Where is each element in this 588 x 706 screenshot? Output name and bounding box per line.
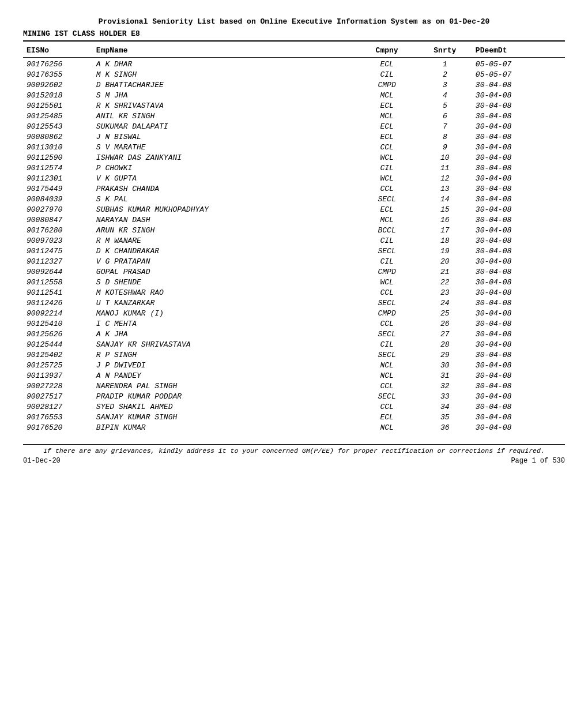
cell-pdeemdt: 30-04-08	[472, 370, 565, 381]
table-row: 90112301V K GUPTAWCL1230-04-08	[23, 173, 565, 183]
cell-empname: S D SHENDE	[93, 277, 356, 287]
cell-eisno: 90125501	[23, 100, 93, 111]
cell-eisno: 90125444	[23, 339, 93, 350]
cell-pdeemdt: 30-04-08	[472, 111, 565, 121]
cell-snrty: 17	[418, 225, 472, 235]
cell-eisno: 90027228	[23, 381, 93, 391]
cell-eisno: 90092214	[23, 308, 93, 318]
cell-snrty: 27	[418, 329, 472, 339]
cell-cmpny: ECL	[356, 132, 417, 142]
cell-snrty: 11	[418, 163, 472, 173]
cell-pdeemdt: 30-04-08	[472, 80, 565, 90]
table-row: 90125543SUKUMAR DALAPATIECL730-04-08	[23, 121, 565, 132]
table-row: 90112558S D SHENDEWCL2230-04-08	[23, 277, 565, 287]
cell-cmpny: SECL	[356, 298, 417, 308]
table-row: 90027970SUBHAS KUMAR MUKHOPADHYAYECL1530…	[23, 204, 565, 215]
cell-cmpny: SECL	[356, 350, 417, 360]
cell-empname: P CHOWKI	[93, 163, 356, 173]
cell-snrty: 28	[418, 339, 472, 350]
cell-pdeemdt: 30-04-08	[472, 204, 565, 215]
cell-snrty: 8	[418, 132, 472, 142]
cell-snrty: 15	[418, 204, 472, 215]
cell-snrty: 9	[418, 142, 472, 152]
cell-snrty: 1	[418, 59, 472, 69]
cell-cmpny: NCL	[356, 422, 417, 433]
table-row: 90112590ISHWAR DAS ZANKYANIWCL1030-04-08	[23, 152, 565, 163]
cell-snrty: 7	[418, 121, 472, 132]
cell-eisno: 90125725	[23, 360, 93, 370]
cell-eisno: 90175449	[23, 183, 93, 194]
cell-cmpny: CMPD	[356, 308, 417, 318]
cell-cmpny: CMPD	[356, 266, 417, 277]
cell-snrty: 32	[418, 381, 472, 391]
cell-cmpny: CIL	[356, 163, 417, 173]
cell-empname: V G PRATAPAN	[93, 256, 356, 266]
table-row: 90176256A K DHARECL105-05-07	[23, 59, 565, 69]
cell-cmpny: ECL	[356, 412, 417, 422]
cell-pdeemdt: 30-04-08	[472, 194, 565, 204]
cell-snrty: 31	[418, 370, 472, 381]
cell-cmpny: WCL	[356, 277, 417, 287]
cell-empname: SUKUMAR DALAPATI	[93, 121, 356, 132]
cell-cmpny: ECL	[356, 59, 417, 69]
table-row: 90125410I C MEHTACCL2630-04-08	[23, 318, 565, 329]
cell-snrty: 3	[418, 80, 472, 90]
cell-pdeemdt: 30-04-08	[472, 246, 565, 256]
table-row: 90112426U T KANZARKARSECL2430-04-08	[23, 298, 565, 308]
cell-eisno: 90112327	[23, 256, 93, 266]
cell-empname: M KOTESHWAR RAO	[93, 287, 356, 298]
table-row: 90175449PRAKASH CHANDACCL1330-04-08	[23, 183, 565, 194]
cell-cmpny: CIL	[356, 69, 417, 80]
cell-pdeemdt: 30-04-08	[472, 100, 565, 111]
top-divider	[23, 40, 565, 42]
cell-empname: GOPAL PRASAD	[93, 266, 356, 277]
table-row: 90125444SANJAY KR SHRIVASTAVACIL2830-04-…	[23, 339, 565, 350]
cell-snrty: 25	[418, 308, 472, 318]
table-row: 90027517PRADIP KUMAR PODDARSECL3330-04-0…	[23, 391, 565, 401]
col-header-cmpny: Cmpny	[356, 44, 417, 56]
cell-empname: M K SINGH	[93, 69, 356, 80]
table-header-row: EISNo EmpName Cmpny Snrty PDeemDt	[23, 44, 565, 56]
cell-pdeemdt: 30-04-08	[472, 132, 565, 142]
cell-cmpny: CIL	[356, 235, 417, 246]
cell-eisno: 90125410	[23, 318, 93, 329]
table-row: 90112541M KOTESHWAR RAOCCL2330-04-08	[23, 287, 565, 298]
cell-snrty: 16	[418, 215, 472, 225]
cell-eisno: 90112558	[23, 277, 93, 287]
cell-cmpny: ECL	[356, 121, 417, 132]
table-row: 90084039S K PALSECL1430-04-08	[23, 194, 565, 204]
cell-pdeemdt: 30-04-08	[472, 360, 565, 370]
cell-cmpny: MCL	[356, 215, 417, 225]
cell-snrty: 33	[418, 391, 472, 401]
cell-pdeemdt: 30-04-08	[472, 163, 565, 173]
cell-snrty: 18	[418, 235, 472, 246]
cell-cmpny: NCL	[356, 360, 417, 370]
cell-empname: PRAKASH CHANDA	[93, 183, 356, 194]
cell-snrty: 4	[418, 90, 472, 100]
table-row: 90176553SANJAY KUMAR SINGHECL3530-04-08	[23, 412, 565, 422]
cell-cmpny: SECL	[356, 194, 417, 204]
cell-pdeemdt: 30-04-08	[472, 350, 565, 360]
footer: 01-Dec-20 Page 1 of 530	[23, 457, 565, 465]
cell-empname: SANJAY KUMAR SINGH	[93, 412, 356, 422]
cell-empname: S K PAL	[93, 194, 356, 204]
col-header-snrty: Snrty	[418, 44, 472, 56]
cell-snrty: 29	[418, 350, 472, 360]
table-row: 90125402R P SINGHSECL2930-04-08	[23, 350, 565, 360]
cell-empname: D BHATTACHARJEE	[93, 80, 356, 90]
cell-pdeemdt: 30-04-08	[472, 318, 565, 329]
table-row: 90028127SYED SHAKIL AHMEDCCL3430-04-08	[23, 401, 565, 412]
table-row: 90092644GOPAL PRASADCMPD2130-04-08	[23, 266, 565, 277]
footer-note: If there are any grievances, kindly addr…	[23, 447, 565, 455]
cell-cmpny: CCL	[356, 183, 417, 194]
cell-pdeemdt: 30-04-08	[472, 308, 565, 318]
cell-empname: V K GUPTA	[93, 173, 356, 183]
cell-eisno: 90176355	[23, 69, 93, 80]
table-row: 90125501R K SHRIVASTAVAECL530-04-08	[23, 100, 565, 111]
cell-pdeemdt: 30-04-08	[472, 277, 565, 287]
table-row: 90112327V G PRATAPANCIL2030-04-08	[23, 256, 565, 266]
cell-snrty: 30	[418, 360, 472, 370]
table-row: 90092214MANOJ KUMAR (I)CMPD2530-04-08	[23, 308, 565, 318]
cell-eisno: 90027970	[23, 204, 93, 215]
cell-snrty: 5	[418, 100, 472, 111]
